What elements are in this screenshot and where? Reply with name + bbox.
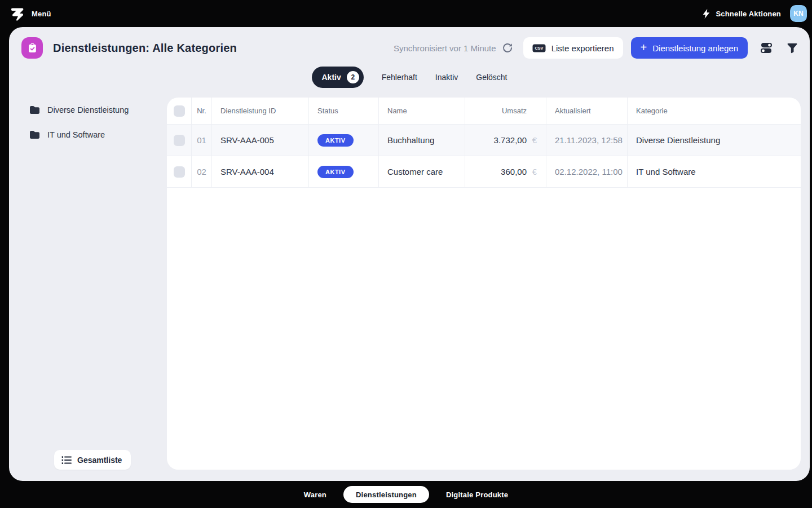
bottom-tab-waren[interactable]: Waren: [304, 491, 326, 499]
column-header-kategorie[interactable]: Kategorie: [628, 98, 801, 125]
row-name-cell: Customer care: [379, 156, 465, 188]
overall-list-button[interactable]: Gesamtliste: [54, 450, 131, 470]
row-checkbox-cell: [167, 156, 192, 188]
tab-label: Aktiv: [322, 73, 341, 82]
csv-file-icon: CSV: [532, 43, 546, 53]
row-umsatz-value: 3.732,00: [494, 135, 527, 145]
table-body: 01SRV-AAA-005AKTIVBuchhaltung3.732,00€21…: [167, 125, 801, 188]
row-currency: €: [527, 167, 537, 176]
row-updated-cell: 02.12.2022, 11:00: [546, 156, 628, 188]
row-status-cell: AKTIV: [309, 156, 379, 188]
row-id: SRV-AAA-004: [220, 167, 274, 176]
tab-label: Fehlerhaft: [382, 73, 417, 82]
tab-label: Gelöscht: [476, 73, 507, 82]
row-checkbox[interactable]: [174, 166, 185, 178]
create-service-label: Dienstleistung anlegen: [652, 43, 738, 53]
sidebar-item-it-und-software[interactable]: IT und Software: [9, 122, 167, 147]
row-id-cell: SRV-AAA-005: [212, 125, 309, 156]
tab-gel-scht[interactable]: Gelöscht: [476, 73, 507, 82]
tab-inaktiv[interactable]: Inaktiv: [435, 73, 458, 82]
tab-fehlerhaft[interactable]: Fehlerhaft: [382, 73, 417, 82]
row-currency: €: [527, 135, 537, 145]
column-header-nr[interactable]: Nr.: [192, 98, 212, 125]
table-header-row: Nr. Dienstleistung ID Status Name Umsatz…: [167, 98, 801, 125]
category-label: IT und Software: [47, 130, 105, 139]
column-header-id[interactable]: Dienstleistung ID: [212, 98, 309, 125]
row-nr: 02: [197, 167, 206, 176]
tab-aktiv[interactable]: Aktiv2: [312, 67, 364, 88]
page-title: Dienstleistungen: Alle Kategorien: [53, 42, 237, 55]
list-icon: [61, 456, 72, 465]
row-umsatz-cell: 360,00€: [465, 156, 546, 188]
folder-icon: [29, 130, 40, 139]
sync-status-label: Synchronisiert vor 1 Minute: [394, 43, 496, 53]
row-nr: 01: [197, 135, 206, 145]
row-name-cell: Buchhaltung: [379, 125, 465, 156]
column-header-aktualisiert[interactable]: Aktualisiert: [546, 98, 628, 125]
header-checkbox-cell: [167, 98, 192, 125]
quick-actions-button[interactable]: Schnelle Aktionen: [702, 8, 781, 19]
column-header-status[interactable]: Status: [309, 98, 379, 125]
row-category: Diverse Dienstleistung: [636, 135, 720, 145]
quick-actions-label: Schnelle Aktionen: [716, 10, 781, 18]
lightning-bolt-icon: [702, 8, 710, 19]
bottom-tab-dienstleistungen[interactable]: Dienstleistungen: [343, 486, 429, 503]
column-header-umsatz[interactable]: Umsatz: [465, 98, 546, 125]
table-row[interactable]: 01SRV-AAA-005AKTIVBuchhaltung3.732,00€21…: [167, 125, 801, 156]
filter-funnel-icon[interactable]: [787, 43, 797, 54]
row-category-cell: IT und Software: [628, 156, 801, 188]
row-checkbox[interactable]: [174, 135, 185, 146]
row-updated: 02.12.2022, 11:00: [555, 167, 623, 176]
status-badge: AKTIV: [317, 166, 354, 178]
main-card: Dienstleistungen: Alle Kategorien Synchr…: [9, 27, 810, 481]
row-category: IT und Software: [636, 167, 696, 176]
csv-icon-label: CSV: [535, 46, 543, 51]
top-bar: Menü Schnelle Aktionen KN: [0, 0, 812, 27]
row-category-cell: Diverse Dienstleistung: [628, 125, 801, 156]
tab-label: Inaktiv: [435, 73, 458, 82]
brand-logo-icon[interactable]: [10, 6, 25, 21]
header-controls: Synchronisiert vor 1 Minute CSV Liste ex…: [394, 37, 801, 59]
bottom-bar: WarenDienstleistungenDigitale Produkte: [0, 481, 812, 508]
column-header-name[interactable]: Name: [379, 98, 465, 125]
row-id-cell: SRV-AAA-004: [212, 156, 309, 188]
menu-button[interactable]: Menü: [32, 10, 51, 18]
plus-icon: +: [641, 42, 647, 53]
export-list-label: Liste exportieren: [551, 43, 614, 53]
table-row[interactable]: 02SRV-AAA-004AKTIVCustomer care360,00€02…: [167, 156, 801, 188]
select-all-checkbox[interactable]: [174, 105, 185, 117]
category-label: Diverse Dienstleistung: [47, 105, 129, 114]
topbar-right: Schnelle Aktionen KN: [702, 5, 807, 22]
sync-status: Synchronisiert vor 1 Minute: [394, 42, 513, 54]
row-umsatz-value: 360,00: [501, 167, 527, 176]
row-checkbox-cell: [167, 125, 192, 156]
row-status-cell: AKTIV: [309, 125, 379, 156]
row-nr-cell: 01: [192, 125, 212, 156]
row-id: SRV-AAA-005: [220, 135, 274, 145]
folder-icon: [29, 105, 40, 114]
sidebar: Diverse DienstleistungIT und Software Ge…: [9, 98, 167, 470]
refresh-icon[interactable]: [502, 42, 513, 54]
category-list: Diverse DienstleistungIT und Software: [9, 98, 167, 147]
row-name: Buchhaltung: [387, 135, 434, 145]
row-nr-cell: 02: [192, 156, 212, 188]
create-service-button[interactable]: + Dienstleistung anlegen: [631, 37, 748, 59]
row-updated-cell: 21.11.2023, 12:58: [546, 125, 628, 156]
avatar[interactable]: KN: [790, 5, 807, 22]
overall-list-label: Gesamtliste: [77, 456, 122, 465]
table-panel: Nr. Dienstleistung ID Status Name Umsatz…: [167, 98, 801, 470]
export-list-button[interactable]: CSV Liste exportieren: [523, 37, 623, 59]
clipboard-check-icon: [21, 37, 43, 59]
bottom-tab-digitale-produkte[interactable]: Digitale Produkte: [446, 491, 508, 499]
sidebar-item-diverse-dienstleistung[interactable]: Diverse Dienstleistung: [9, 98, 167, 122]
status-badge: AKTIV: [317, 134, 354, 147]
view-toggles-icon[interactable]: [760, 42, 773, 54]
tabs: Aktiv2FehlerhaftInaktivGelöscht: [9, 67, 810, 88]
row-umsatz-cell: 3.732,00€: [465, 125, 546, 156]
row-updated: 21.11.2023, 12:58: [555, 135, 623, 145]
row-name: Customer care: [387, 167, 443, 176]
tab-count-badge: 2: [347, 71, 359, 83]
